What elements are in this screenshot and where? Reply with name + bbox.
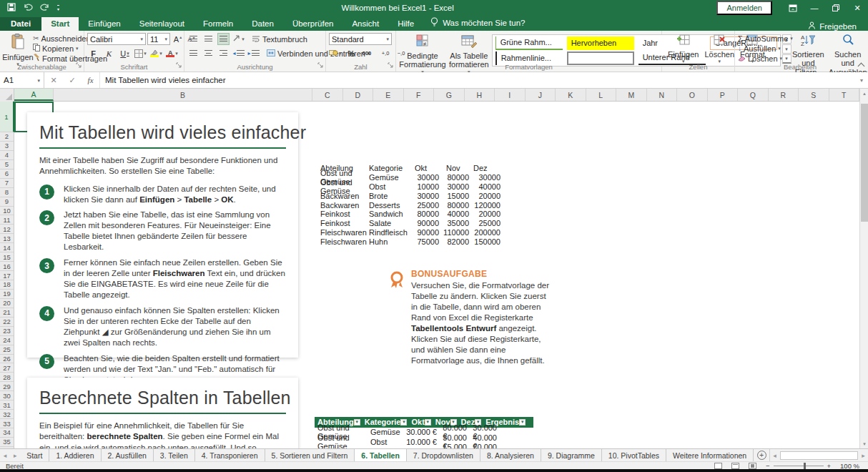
ribbon-tab[interactable]: Seitenlayout xyxy=(130,17,194,31)
customize-qat-icon[interactable]: ▾ xyxy=(57,5,59,11)
filter-dropdown-icon[interactable]: ▼ xyxy=(519,419,526,426)
row-header[interactable]: 18 xyxy=(0,280,14,290)
sign-in-button[interactable]: Anmelden xyxy=(716,1,772,15)
row-header[interactable]: 35 xyxy=(0,438,14,447)
align-center-button[interactable] xyxy=(202,47,214,59)
zoom-slider[interactable]: − + xyxy=(766,462,831,470)
save-icon[interactable] xyxy=(7,3,16,14)
align-right-button[interactable] xyxy=(217,47,230,59)
row-header[interactable]: 28 xyxy=(0,373,14,382)
restore-button[interactable] xyxy=(825,0,847,16)
decrease-indent-button[interactable]: ◂ xyxy=(232,47,245,59)
font-name-select[interactable]: Calibri▾ xyxy=(87,33,146,45)
italic-button[interactable]: K xyxy=(103,47,115,59)
row-header[interactable]: 9 xyxy=(0,197,14,207)
zoom-level[interactable]: 100 % xyxy=(840,462,859,470)
underline-button[interactable]: U▾ xyxy=(119,47,131,59)
cancel-icon[interactable]: ✕ xyxy=(50,76,56,85)
table1-row[interactable]: Feinkost Salate 90000 35000 25000 xyxy=(315,219,500,228)
tell-me-box[interactable]: Was möchten Sie tun? xyxy=(423,15,532,31)
table2-header[interactable]: Kategorie▼ xyxy=(362,418,409,426)
column-header[interactable]: K xyxy=(556,89,586,101)
sheet-tab[interactable]: 3. Teilen xyxy=(154,449,195,461)
sheet-tab[interactable]: 7. Dropdownlisten xyxy=(407,449,480,461)
sheet-tab[interactable]: 2. Ausfüllen xyxy=(102,449,154,461)
row-header[interactable]: 12 xyxy=(0,225,14,234)
number-format-select[interactable]: Standard▾ xyxy=(329,33,392,45)
row-header[interactable]: 13 xyxy=(0,234,14,243)
autosum-button[interactable]: ΣAutoSumme▾ xyxy=(738,34,789,43)
clipboard-dialog-launcher-icon[interactable] xyxy=(76,60,82,70)
sheet-tab[interactable]: 8. Analysieren xyxy=(480,449,541,461)
name-box[interactable]: A1▾ xyxy=(0,72,44,88)
row-header[interactable]: 34 xyxy=(0,428,14,438)
font-size-select[interactable]: 11▾ xyxy=(147,33,170,45)
filter-dropdown-icon[interactable]: ▼ xyxy=(425,419,431,426)
percent-style-button[interactable]: % xyxy=(345,47,357,59)
expand-formula-bar-icon[interactable]: ▾ xyxy=(855,72,868,88)
currency-format-button[interactable]: ▾ xyxy=(329,47,342,59)
column-header[interactable]: C xyxy=(312,89,343,101)
delete-cells-button[interactable]: Löschen ▾ xyxy=(701,33,737,64)
row-header[interactable]: 16 xyxy=(0,262,14,271)
column-header[interactable]: P xyxy=(708,89,739,101)
sheet-tab[interactable]: 9. Diagramme xyxy=(541,449,602,461)
select-all-corner[interactable] xyxy=(0,89,14,102)
column-header[interactable]: O xyxy=(677,89,708,101)
row-header[interactable]: 30 xyxy=(0,391,14,400)
table1-header[interactable]: Okt xyxy=(406,164,439,172)
page-break-view-icon[interactable] xyxy=(749,463,756,469)
ribbon-tab[interactable]: Einfügen xyxy=(79,17,129,31)
fill-button[interactable]: ↓Ausfüllen▾ xyxy=(738,44,789,53)
hscroll-left-icon[interactable]: ◂ xyxy=(770,452,779,459)
sheet-tab[interactable]: 4. Transponieren xyxy=(195,449,265,461)
grow-font-button[interactable]: A▴ xyxy=(172,33,184,45)
column-header[interactable]: L xyxy=(586,89,617,101)
ribbon-tab[interactable]: Formeln xyxy=(194,17,242,31)
row-header[interactable]: 2 xyxy=(0,132,14,142)
column-header[interactable]: J xyxy=(526,89,556,101)
row-header[interactable]: 11 xyxy=(0,215,14,225)
table1-header[interactable]: Kategorie xyxy=(369,164,406,172)
row-header[interactable]: 10 xyxy=(0,207,14,216)
row-header[interactable]: 29 xyxy=(0,382,14,391)
table1-row[interactable]: Backwaren Brote 30000 15000 20000 xyxy=(315,191,500,200)
cell-style-item[interactable]: Hervorheben xyxy=(567,36,634,50)
row-header[interactable]: 21 xyxy=(0,308,14,318)
insert-cells-button[interactable]: Einfügen ▾ xyxy=(665,33,701,64)
ribbon-tab[interactable]: Überprüfen xyxy=(283,17,343,31)
row-header[interactable]: 6 xyxy=(0,169,14,179)
insert-function-icon[interactable]: fx xyxy=(88,76,94,84)
scroll-down-icon[interactable]: ▾ xyxy=(860,439,868,448)
minimize-button[interactable]: — xyxy=(804,0,825,16)
share-button[interactable]: Freigeben xyxy=(808,21,868,31)
row-header[interactable]: 31 xyxy=(0,400,14,410)
row-header[interactable]: 15 xyxy=(0,252,14,262)
wrap-text-button[interactable]: Textumbruch xyxy=(252,34,307,44)
horizontal-scroll-thumb[interactable] xyxy=(780,451,858,460)
bold-button[interactable]: F xyxy=(87,47,99,59)
align-left-button[interactable] xyxy=(187,47,199,59)
redo-icon[interactable] xyxy=(40,3,50,13)
enter-icon[interactable]: ✓ xyxy=(69,76,76,85)
column-header[interactable]: B xyxy=(54,89,312,101)
ribbon-display-options-icon[interactable] xyxy=(782,0,804,16)
table1-header[interactable]: Dez xyxy=(469,164,500,172)
formula-input[interactable]: Mit Tabellen wird vieles einfacher xyxy=(100,72,855,88)
borders-button[interactable]: ▾ xyxy=(134,47,147,59)
column-header[interactable]: R xyxy=(769,89,799,101)
row-header[interactable]: 33 xyxy=(0,419,14,428)
prev-sheet-icon[interactable]: ◂ xyxy=(0,449,10,461)
row-header[interactable]: 5 xyxy=(0,160,14,169)
fill-color-button[interactable]: ▾ xyxy=(150,47,162,59)
row-header[interactable]: 4 xyxy=(0,151,14,160)
row-header[interactable]: 20 xyxy=(0,299,14,308)
column-header[interactable]: D xyxy=(343,89,374,101)
row-header[interactable]: 8 xyxy=(0,188,14,197)
row-header[interactable]: 24 xyxy=(0,336,14,345)
sheet-tab[interactable]: 6. Tabellen xyxy=(355,449,407,461)
column-header[interactable]: H xyxy=(465,89,495,101)
zoom-in-icon[interactable]: + xyxy=(827,462,832,470)
table2-header[interactable]: Okt▼ xyxy=(408,418,432,426)
table1-row[interactable]: Obst und Gemüse Obst 10000 30000 40000 xyxy=(315,182,500,192)
